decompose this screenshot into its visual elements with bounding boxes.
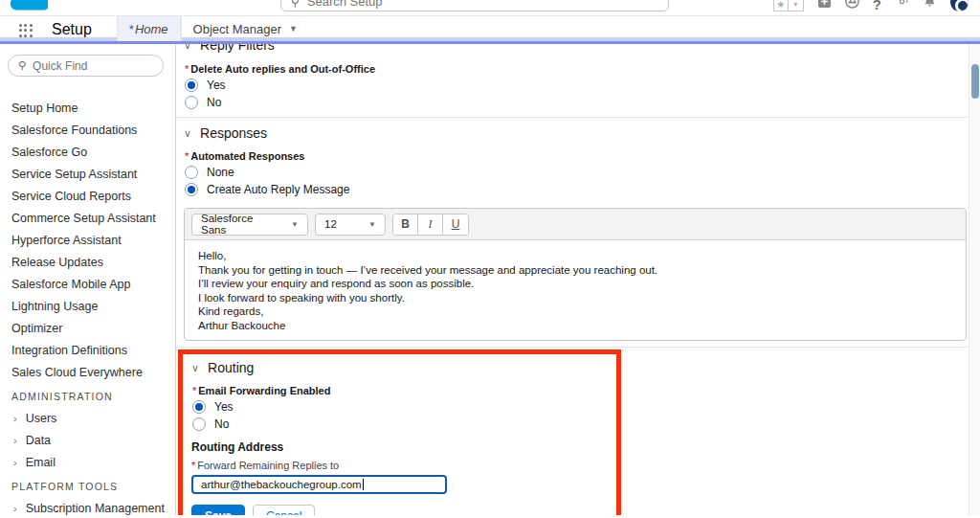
editor-text-area[interactable]: Hello, Thank you for getting in touch — … (185, 240, 966, 340)
chevron-right-icon: › (13, 457, 17, 468)
sidebar-section-administration: ADMINISTRATION (0, 385, 175, 407)
sidebar-item-optimizer[interactable]: Optimizer (0, 317, 175, 339)
sidebar-item-users[interactable]: › Users (0, 407, 175, 429)
radio-unselected-icon (185, 96, 198, 109)
sidebar-item-salesforce-foundations[interactable]: Salesforce Foundations (0, 119, 175, 141)
cancel-button[interactable]: Cancel (253, 505, 315, 515)
sidebar-item-subscription-management[interactable]: › Subscription Management (0, 497, 175, 515)
bold-button[interactable]: B (393, 214, 418, 235)
chevron-down-icon: ▼ (368, 220, 376, 229)
section-reply-filters[interactable]: ∨ Reply Filters (184, 44, 969, 53)
italic-button[interactable]: I (418, 214, 443, 235)
sidebar-item-label: Users (26, 412, 57, 425)
routing-address-heading: Routing Address (191, 440, 616, 454)
section-divider (176, 347, 969, 348)
unsaved-indicator: * (129, 22, 134, 36)
user-avatar[interactable] (950, 0, 969, 11)
sidebar-item-salesforce-mobile-app[interactable]: Salesforce Mobile App (0, 273, 175, 295)
chevron-right-icon: › (13, 435, 17, 446)
chevron-down-icon: ▼ (291, 220, 299, 229)
quick-find-input[interactable] (33, 59, 153, 73)
sidebar-item-salesforce-go[interactable]: Salesforce Go (0, 141, 175, 163)
forward-replies-input[interactable]: arthur@thebackouchegroup.com (191, 475, 447, 494)
trailhead-icon[interactable] (845, 0, 859, 11)
sidebar-item-label: Email (26, 456, 56, 469)
editor-line: Arthur Backouche (198, 319, 952, 333)
section-title: Reply Filters (200, 44, 275, 53)
chevron-down-icon: ▼ (289, 24, 298, 34)
radio-delete-yes[interactable]: Yes (185, 79, 969, 92)
section-divider (176, 117, 969, 118)
save-button[interactable]: Save (191, 505, 245, 515)
quick-find[interactable]: ⚲ (8, 55, 164, 77)
radio-selected-icon (192, 400, 206, 414)
form-actions: Save Cancel (191, 505, 616, 515)
tab-home-label: Home (135, 22, 168, 36)
font-size-dropdown[interactable]: 12 ▼ (315, 214, 386, 236)
favorites-dropdown-icon[interactable]: ▾ (789, 0, 804, 11)
sidebar-item-sales-cloud-everywhere[interactable]: Sales Cloud Everywhere (0, 361, 175, 383)
section-title: Routing (208, 360, 254, 375)
radio-forwarding-yes[interactable]: Yes (192, 400, 616, 414)
salesforce-setup-page: ⚲ ★ ▾ ? (0, 0, 980, 518)
sidebar-section-platform-tools: PLATFORM TOOLS (0, 475, 175, 497)
sidebar-item-email[interactable]: › Email (0, 451, 175, 473)
delete-auto-replies-label: *Delete Auto replies and Out-of-Office (185, 63, 969, 75)
sidebar-item-release-updates[interactable]: Release Updates (0, 251, 175, 273)
section-title: Responses (200, 125, 267, 141)
search-icon: ⚲ (291, 0, 300, 9)
sidebar-item-lightning-usage[interactable]: Lightning Usage (0, 295, 175, 317)
editor-line: Hello, (198, 249, 952, 263)
favorites-control: ★ ▾ (773, 0, 804, 11)
sidebar-item-data[interactable]: › Data (0, 429, 175, 451)
required-asterisk: * (185, 63, 189, 75)
required-asterisk: * (192, 385, 196, 396)
add-icon[interactable] (817, 0, 832, 11)
chevron-down-icon: ∨ (184, 44, 191, 52)
favorites-star-icon[interactable]: ★ (773, 0, 789, 11)
setup-gear-icon[interactable] (895, 0, 909, 11)
radio-unselected-icon (185, 166, 198, 179)
section-routing[interactable]: ∨ Routing (191, 360, 616, 375)
radio-selected-icon (185, 79, 198, 92)
sidebar-item-commerce-setup-assistant[interactable]: Commerce Setup Assistant (0, 207, 175, 229)
sidebar-item-setup-home[interactable]: Setup Home (0, 97, 175, 119)
notifications-bell-icon[interactable] (923, 0, 937, 11)
automated-responses-label: *Automated Responses (185, 150, 969, 162)
global-search-input[interactable] (307, 0, 658, 9)
help-icon[interactable]: ? (873, 0, 881, 11)
radio-responses-none[interactable]: None (185, 166, 969, 179)
search-icon: ⚲ (18, 59, 26, 72)
scrollbar-thumb[interactable] (971, 64, 979, 99)
editor-line: I’ll review your enquiry and respond as … (198, 277, 952, 291)
sidebar-nav: Setup Home Salesforce Foundations Salesf… (0, 97, 175, 515)
required-asterisk: * (185, 150, 189, 162)
sidebar-item-hyperforce-assistant[interactable]: Hyperforce Assistant (0, 229, 175, 251)
vertical-scrollbar (969, 44, 980, 515)
editor-line: Kind regards, (198, 304, 952, 319)
underline-button[interactable]: U (443, 214, 468, 235)
sidebar-item-service-cloud-reports[interactable]: Service Cloud Reports (0, 185, 175, 207)
radio-delete-no[interactable]: No (185, 96, 969, 109)
radio-responses-create[interactable]: Create Auto Reply Message (185, 183, 969, 196)
routing-highlight-box: ∨ Routing *Email Forwarding Enabled Yes … (178, 349, 621, 515)
editor-toolbar: Salesforce Sans ▼ 12 ▼ B I U (185, 209, 966, 240)
salesforce-logo (10, 0, 48, 15)
app-launcher-icon[interactable] (19, 24, 33, 37)
tab-home[interactable]: * Home (117, 16, 181, 41)
editor-line: I look forward to speaking with you shor… (198, 291, 952, 305)
chevron-down-icon: ∨ (191, 362, 199, 374)
tab-object-manager[interactable]: Object Manager ▼ (181, 16, 309, 41)
section-responses[interactable]: ∨ Responses (184, 125, 969, 141)
sidebar-item-label: Data (26, 434, 51, 447)
sidebar-item-integration-definitions[interactable]: Integration Definitions (0, 339, 175, 361)
header-icon-bar: ★ ▾ ? (773, 0, 969, 11)
radio-forwarding-no[interactable]: No (192, 417, 616, 431)
sidebar-item-service-setup-assistant[interactable]: Service Setup Assistant (0, 163, 175, 185)
setup-sidebar: ⚲ Setup Home Salesforce Foundations Sale… (0, 44, 176, 515)
chevron-down-icon: ∨ (184, 127, 191, 140)
required-asterisk: * (191, 460, 195, 471)
radio-unselected-icon (192, 417, 206, 431)
global-search[interactable]: ⚲ (280, 0, 669, 11)
font-family-dropdown[interactable]: Salesforce Sans ▼ (191, 214, 308, 236)
